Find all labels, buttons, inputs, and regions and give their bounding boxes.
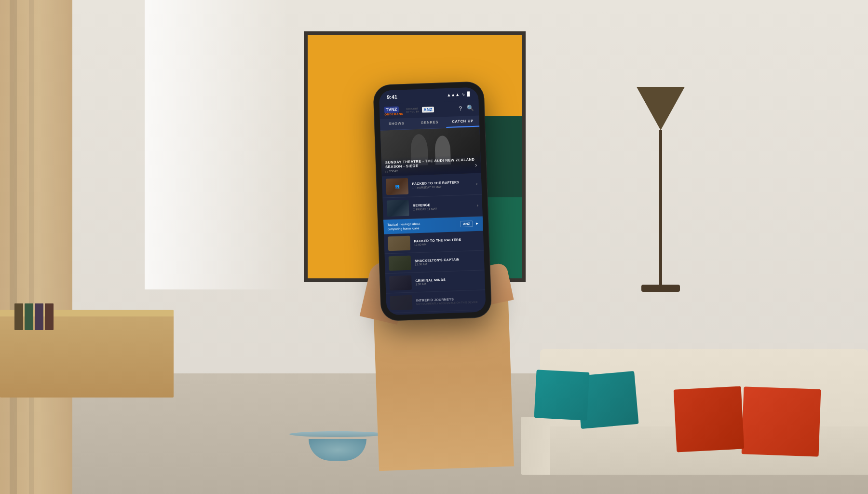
smartphone: 9:41 ▲▲▲ ∿ ▊ TVNZ ONDEMAND BROUGHTBY YOU… bbox=[373, 81, 492, 321]
intrepid-thumb bbox=[390, 295, 412, 311]
coffee-table bbox=[289, 431, 386, 470]
packed-info: PACKED TO THE RAFTERS 12:00 AM bbox=[414, 237, 479, 247]
revenge-thumb bbox=[387, 200, 409, 217]
window-light bbox=[145, 0, 289, 289]
hero-arrow-icon: › bbox=[475, 162, 477, 168]
help-icon[interactable]: ? bbox=[459, 105, 462, 112]
anz-badge: ANZ bbox=[460, 221, 473, 228]
schedule-item-packed[interactable]: PACKED TO THE RAFTERS 12:00 AM bbox=[384, 231, 484, 254]
criminal-info: CRIMINAL MINDS 1:30 AM bbox=[415, 277, 481, 286]
books bbox=[14, 303, 54, 330]
anz-header-logo: ANZ bbox=[422, 107, 434, 113]
wifi-icon: ∿ bbox=[461, 92, 465, 97]
list-item-rafters[interactable]: 👥 PACKED TO THE RAFTERS □ THURSDAY 10 MA… bbox=[382, 173, 482, 198]
revenge-arrow-icon: › bbox=[477, 203, 479, 208]
brought-by-text: BROUGHTBY YOU BY bbox=[406, 107, 419, 113]
status-time: 9:41 bbox=[387, 94, 397, 100]
tvnz-wordmark: TVNZ bbox=[384, 106, 399, 113]
intrepid-info: INTREPID JOURNEYS NOT CURRENTLY ACCESSIB… bbox=[416, 297, 482, 306]
revenge-info: REVENGE □ FRIDAY 11 MAY bbox=[413, 202, 473, 211]
phone-screen: 9:41 ▲▲▲ ∿ ▊ TVNZ ONDEMAND BROUGHTBY YOU… bbox=[379, 87, 486, 316]
list-item-revenge[interactable]: REVENGE □ FRIDAY 11 MAY › bbox=[382, 194, 482, 220]
shack-thumb bbox=[389, 256, 411, 271]
hero-date: TODAY bbox=[389, 170, 398, 173]
hero-overlay: SUNDAY THEATRE - THE AUDI NEW ZEALAND SE… bbox=[381, 154, 481, 176]
tab-genres[interactable]: GENRES bbox=[413, 117, 446, 129]
rafters-info: PACKED TO THE RAFTERS □ THURSDAY 10 MAY bbox=[412, 180, 472, 189]
shack-info: SHACKELTON'S CAPTAIN 12:30 AM bbox=[415, 257, 480, 266]
tab-shows[interactable]: SHOWS bbox=[380, 118, 413, 130]
tab-catchup[interactable]: CATCH UP bbox=[446, 115, 479, 127]
rafters-arrow-icon: › bbox=[476, 181, 478, 186]
criminal-thumb bbox=[389, 275, 412, 291]
schedule-item-shackelton[interactable]: SHACKELTON'S CAPTAIN 12:30 AM bbox=[384, 250, 484, 274]
signal-icon: ▲▲▲ bbox=[447, 92, 460, 97]
catchup-list: 👥 PACKED TO THE RAFTERS □ THURSDAY 10 MA… bbox=[382, 173, 483, 220]
rafters-thumb: 👥 bbox=[386, 178, 408, 195]
packed-thumb bbox=[388, 236, 410, 251]
schedule-item-criminal[interactable]: CRIMINAL MINDS 1:30 AM bbox=[385, 270, 485, 293]
phone-in-hand: 9:41 ▲▲▲ ∿ ▊ TVNZ ONDEMAND BROUGHTBY YOU… bbox=[346, 80, 522, 413]
status-icons: ▲▲▲ ∿ ▊ bbox=[447, 92, 471, 97]
ad-anz-logo: ANZ ► bbox=[460, 220, 479, 227]
floor-lamp bbox=[637, 87, 685, 292]
schedule-item-intrepid: INTREPID JOURNEYS NOT CURRENTLY ACCESSIB… bbox=[386, 290, 486, 313]
tvnz-logo: TVNZ ONDEMAND BROUGHTBY YOU BY ANZ bbox=[384, 105, 434, 116]
ondemand-wordmark: ONDEMAND bbox=[384, 112, 404, 116]
hero-section[interactable]: SUNDAY THEATRE - THE AUDI NEW ZEALAND SE… bbox=[380, 127, 481, 176]
header-icons: ? 🔍 bbox=[459, 105, 474, 112]
ad-text: Tactical message about comparing home lo… bbox=[387, 221, 420, 232]
search-icon[interactable]: 🔍 bbox=[467, 105, 474, 112]
sofa bbox=[530, 325, 868, 494]
schedule-list: PACKED TO THE RAFTERS 12:00 AM SHACKELTO… bbox=[384, 231, 486, 313]
battery-icon: ▊ bbox=[467, 92, 471, 96]
